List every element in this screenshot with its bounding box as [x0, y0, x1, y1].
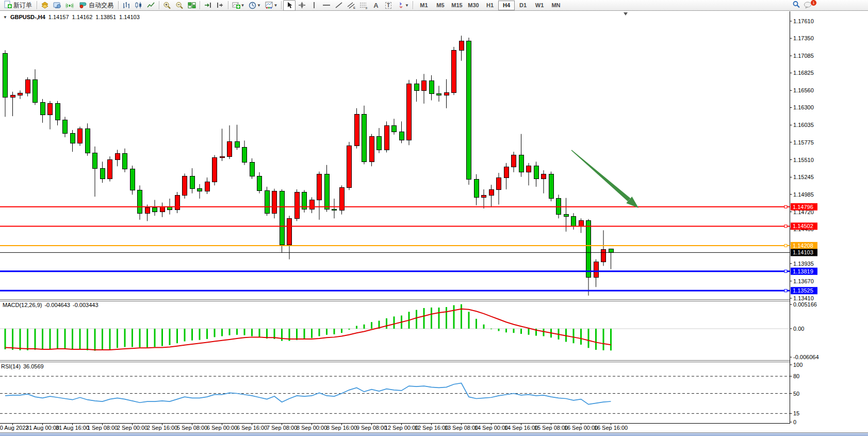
candle-body: [100, 168, 105, 179]
macd-histogram-bar: [124, 329, 126, 347]
macd-histogram-bar: [184, 329, 186, 342]
macd-histogram-bar: [102, 329, 103, 350]
candle-body: [153, 208, 157, 212]
macd-histogram-bar: [416, 310, 417, 329]
time-tick-label: 2 Sep 00:00: [117, 425, 148, 431]
macd-histogram-bar: [236, 329, 238, 335]
time-tick-label: 16 Sep 00:00: [564, 425, 598, 431]
candle-body: [571, 216, 576, 226]
candle-body: [33, 80, 38, 102]
time-tick-label: 16 Sep 16:00: [594, 425, 628, 431]
candle-body: [512, 155, 516, 167]
candle-body: [377, 137, 382, 150]
rsi-tick-label: 15: [793, 410, 799, 416]
time-tick-label: 7 Sep 08:00: [267, 425, 297, 431]
macd-histogram-bar: [394, 316, 395, 329]
candle-body: [183, 176, 187, 195]
candle-body: [586, 220, 591, 277]
chart-canvas[interactable]: 1.176101.173501.170851.168251.165601.163…: [0, 0, 868, 436]
candle-body: [309, 200, 314, 209]
candle-body: [422, 80, 427, 90]
price-tick-label: 1.17610: [793, 18, 814, 24]
macd-histogram-bar: [476, 319, 477, 329]
rsi-line: [5, 383, 611, 405]
macd-histogram-bar: [27, 329, 28, 350]
candle-body: [138, 190, 142, 213]
candle-body: [227, 142, 232, 156]
macd-histogram-bar: [42, 329, 43, 349]
candle-body: [108, 160, 112, 179]
macd-histogram-bar: [580, 329, 582, 345]
candle-body: [474, 180, 479, 198]
time-tick-label: 30 Aug 2022: [0, 425, 28, 431]
price-tick-label: 1.13410: [793, 295, 814, 301]
macd-histogram-bar: [543, 329, 545, 336]
price-tick-label: 1.15510: [793, 157, 814, 163]
candle-body: [542, 174, 546, 179]
rsi-tick-label: 50: [793, 391, 799, 397]
macd-histogram-bar: [468, 312, 470, 329]
candle-body: [294, 192, 299, 218]
candle-body: [332, 209, 337, 211]
price-level-badge-label: 1.14502: [793, 223, 813, 229]
candle-body: [212, 158, 217, 182]
candle-body: [272, 191, 277, 213]
macd-histogram-bar: [259, 329, 260, 337]
time-tick-label: 14 Sep 16:00: [504, 425, 538, 431]
macd-histogram-bar: [79, 329, 81, 350]
macd-histogram-bar: [603, 329, 604, 350]
candle-body: [85, 128, 90, 153]
candle-body: [369, 137, 374, 162]
macd-histogram-bar: [326, 329, 327, 335]
candle-body: [93, 153, 97, 168]
candle-body: [130, 169, 135, 190]
level-line-handle[interactable]: [784, 244, 787, 247]
price-level-badge-label: 1.14796: [793, 204, 813, 210]
price-tick-label: 1.16825: [793, 70, 814, 76]
macd-histogram-bar: [221, 329, 223, 336]
candle-body: [347, 146, 352, 188]
time-tick-label: 1 Sep 08:00: [87, 425, 118, 431]
candle-body: [354, 114, 359, 146]
price-tick-label: 1.13935: [793, 261, 814, 267]
macd-histogram-bar: [117, 329, 118, 348]
macd-histogram-bar: [214, 329, 216, 337]
level-line-handle[interactable]: [784, 225, 787, 228]
level-line-handle[interactable]: [784, 289, 787, 292]
macd-histogram-bar: [64, 329, 66, 349]
macd-histogram-bar: [528, 329, 530, 335]
chart-shift-marker[interactable]: [624, 12, 628, 15]
macd-histogram-bar: [206, 329, 208, 339]
macd-histogram-bar: [12, 329, 13, 350]
time-tick-label: 5 Sep 08:00: [177, 425, 207, 431]
price-tick-label: 1.14985: [793, 191, 814, 198]
macd-histogram-bar: [453, 305, 455, 329]
candle-body: [407, 84, 412, 140]
candle-body: [287, 218, 292, 245]
macd-signal-line: [5, 309, 611, 350]
rsi-tick-label: 80: [793, 373, 799, 379]
macd-histogram-bar: [161, 329, 163, 346]
macd-histogram-bar: [446, 307, 447, 329]
macd-histogram-bar: [341, 329, 342, 333]
level-line-handle[interactable]: [784, 205, 787, 208]
level-line-handle[interactable]: [784, 270, 787, 272]
candle-body: [280, 191, 284, 245]
mt4-window: 新订单 自动交易: [0, 0, 868, 436]
candle-body: [250, 163, 254, 176]
candle-body: [452, 50, 456, 92]
candle-body: [10, 95, 15, 97]
macd-histogram-bar: [72, 329, 73, 350]
macd-tick-label: -0.006064: [793, 354, 819, 360]
candle-body: [324, 174, 329, 209]
time-tick-label: 14 Sep 00:00: [474, 425, 508, 431]
candle-body: [497, 177, 501, 189]
macd-histogram-bar: [490, 329, 492, 329]
time-tick-label: 13 Sep 08:00: [445, 425, 478, 431]
candle-body: [489, 189, 494, 196]
price-tick-label: 1.16035: [793, 122, 814, 128]
trend-arrow-shaft[interactable]: [571, 150, 630, 201]
candle-body: [414, 84, 419, 90]
price-tick-label: 1.17350: [793, 35, 814, 41]
macd-histogram-bar: [191, 329, 193, 341]
